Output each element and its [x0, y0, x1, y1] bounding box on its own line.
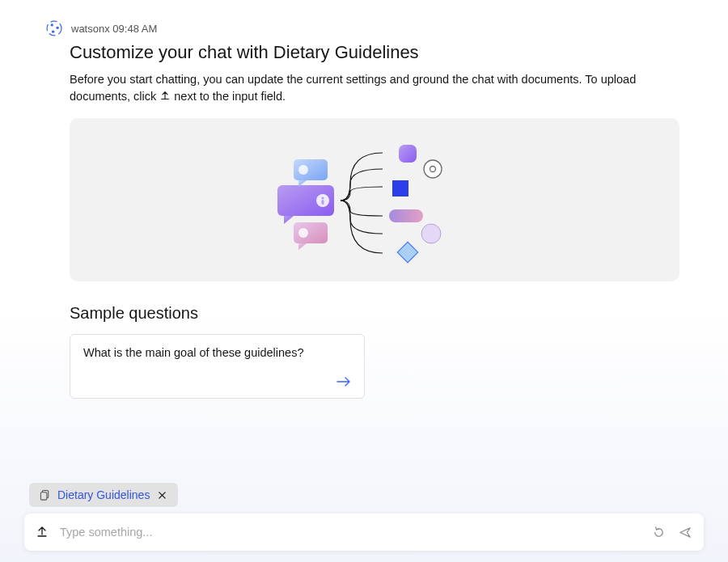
svg-marker-13	[298, 243, 307, 250]
arrow-right-icon	[336, 376, 351, 390]
svg-point-3	[52, 30, 54, 32]
document-icon	[39, 489, 51, 501]
reset-icon	[652, 526, 666, 539]
svg-point-16	[424, 160, 442, 178]
svg-point-20	[421, 224, 441, 243]
svg-point-2	[56, 27, 58, 29]
close-icon	[158, 491, 167, 500]
svg-point-7	[321, 196, 324, 199]
customize-title: Customize your chat with Dietary Guideli…	[70, 42, 679, 63]
send-icon	[679, 526, 692, 539]
sample-question-text: What is the main goal of these guideline…	[83, 346, 303, 359]
svg-rect-23	[40, 492, 47, 499]
svg-point-14	[298, 228, 308, 238]
upload-icon	[36, 526, 49, 539]
remove-attachment-button[interactable]	[156, 489, 168, 501]
svg-rect-21	[397, 242, 417, 262]
sender-timestamp: watsonx 09:48 AM	[71, 23, 157, 35]
send-button[interactable]	[679, 526, 692, 539]
chat-tree-illustration-icon	[269, 135, 480, 264]
svg-rect-8	[322, 200, 324, 205]
svg-rect-15	[399, 145, 417, 163]
upload-button[interactable]	[36, 526, 49, 539]
svg-point-1	[51, 23, 53, 26]
watsonx-avatar-icon	[45, 19, 63, 37]
svg-rect-18	[392, 180, 408, 196]
svg-rect-19	[389, 209, 423, 222]
svg-point-0	[47, 21, 61, 36]
sample-questions-heading: Sample questions	[70, 304, 679, 323]
illustration-card	[70, 118, 679, 281]
sample-question-card[interactable]: What is the main goal of these guideline…	[70, 334, 365, 399]
svg-marker-5	[284, 216, 294, 224]
chat-text-input[interactable]	[60, 526, 641, 539]
customize-description: Before you start chatting, you can updat…	[70, 71, 679, 105]
upload-inline-icon	[159, 91, 171, 102]
svg-point-11	[298, 165, 308, 175]
attached-document-chip[interactable]: Dietary Guidelines	[29, 483, 178, 507]
chat-input-bar	[24, 513, 704, 551]
attached-document-label: Dietary Guidelines	[57, 488, 150, 501]
reset-button[interactable]	[652, 526, 666, 539]
